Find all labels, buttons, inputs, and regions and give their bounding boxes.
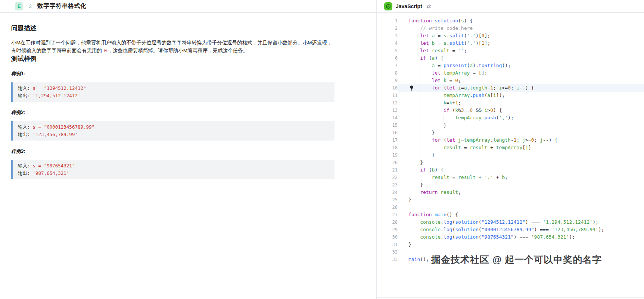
code-text: } [408,122,644,129]
code-line-28[interactable]: 28console.log(solution("1294512.12412") … [377,218,644,226]
code-line-30[interactable]: 30console.log(solution("987654321") === … [377,233,644,241]
code-line-13[interactable]: 13if (k%3==0 && i>0) { [377,107,644,114]
example-block-2: 输入:s = "0000123456789.99"输出:'123,456,789… [11,121,335,141]
code-line-31[interactable]: 31} [377,241,644,248]
line-number[interactable]: 8 [377,69,398,77]
code-line-33[interactable]: 33main(); [377,256,644,263]
code-line-18[interactable]: 18result = result + tempArray[j] [377,144,644,151]
problem-content: 问题描述 小M在工作时遇到了一个问题，他需要将用户输入的不带千分位逗号的数字字符… [0,13,362,179]
line-number[interactable]: 18 [377,144,398,151]
description-heading: 问题描述 [11,24,362,32]
line-number[interactable]: 9 [377,77,398,84]
line-number[interactable]: 25 [377,196,398,204]
gutter [398,114,408,122]
line-number[interactable]: 4 [377,40,398,47]
code-line-10[interactable]: 10for (let i=a.length-1; i>=0; i--) { [377,84,644,92]
gutter [398,196,408,204]
lightbulb-icon[interactable] [410,85,414,91]
code-line-24[interactable]: 24return result; [377,189,644,196]
line-number[interactable]: 2 [377,25,398,32]
code-line-2[interactable]: 2// write code here [377,25,644,32]
line-number[interactable]: 11 [377,92,398,99]
line-number[interactable]: 29 [377,226,398,233]
code-line-17[interactable]: 17for (let j=tempArray.length-1; j>=0; j… [377,136,644,144]
code-line-11[interactable]: 11tempArray.push(a[i]); [377,92,644,99]
code-text: a = parseInt(a).toString(); [408,62,644,69]
line-number[interactable]: 22 [377,174,398,181]
code-line-20[interactable]: 20} [377,159,644,166]
line-number[interactable]: 1 [377,17,398,25]
code-text: if (a) { [408,54,644,62]
line-number[interactable]: 13 [377,107,398,114]
code-text: } [408,151,644,159]
input-value: s = "0000123456789.99" [33,124,95,130]
code-line-25[interactable]: 25} [377,196,644,204]
line-number[interactable]: 3 [377,32,398,40]
line-number[interactable]: 15 [377,122,398,129]
example-label-1: 样例1: [11,70,362,77]
problem-index: 3 [29,3,32,9]
line-number[interactable]: 31 [377,241,398,248]
code-line-19[interactable]: 19} [377,151,644,159]
line-number[interactable]: 21 [377,166,398,174]
line-number[interactable]: 32 [377,248,398,256]
description-text-after: ，这些也需要精简掉。请你帮助小M编写程序，完成这个任务。 [108,48,248,53]
code-line-21[interactable]: 21if (b) { [377,166,644,174]
javascript-language-icon [384,2,392,10]
code-line-15[interactable]: 15} [377,122,644,129]
code-text: console.log(solution("1294512.12412") ==… [408,218,644,226]
language-swap-icon[interactable]: ⇄ [426,3,431,10]
gutter [398,136,408,144]
line-number[interactable]: 26 [377,204,398,211]
input-label: 输入: [18,124,30,130]
line-number[interactable]: 14 [377,114,398,122]
line-number[interactable]: 16 [377,129,398,136]
code-line-1[interactable]: 1function solution(s) { [377,17,644,25]
code-line-4[interactable]: 4let b = s.split('.')[1]; [377,40,644,47]
line-number[interactable]: 28 [377,218,398,226]
code-line-14[interactable]: 14tempArray.push(','); [377,114,644,122]
line-number[interactable]: 24 [377,189,398,196]
gutter [398,241,408,248]
code-text: result = result + tempArray[j] [408,144,644,151]
code-line-26[interactable]: 26 [377,204,644,211]
code-line-32[interactable]: 32 [377,248,644,256]
line-number[interactable]: 27 [377,211,398,218]
code-editor[interactable]: 1function solution(s) {2// write code he… [377,13,644,299]
line-number[interactable]: 23 [377,181,398,189]
example-input-row: 输入:s = "1294512.12412" [18,85,329,92]
code-line-9[interactable]: 9let k = 0; [377,77,644,84]
example-input-row: 输入:s = "0000123456789.99" [18,123,329,131]
code-line-27[interactable]: 27function main() { [377,211,644,218]
line-number[interactable]: 17 [377,136,398,144]
line-number[interactable]: 7 [377,62,398,69]
code-line-16[interactable]: 16} [377,129,644,136]
code-text: } [408,241,644,248]
gutter [398,129,408,136]
code-line-7[interactable]: 7a = parseInt(a).toString(); [377,62,644,69]
code-text: let b = s.split('.')[1]; [408,40,644,47]
line-number[interactable]: 20 [377,159,398,166]
code-line-5[interactable]: 5let result = ""; [377,47,644,54]
gutter [398,233,408,241]
editor-bottom-border [377,297,644,298]
code-line-29[interactable]: 29console.log(solution("0000123456789.99… [377,226,644,233]
output-value: '1,294,512.12412' [33,93,81,98]
line-number[interactable]: 19 [377,151,398,159]
line-number[interactable]: 10 [377,84,398,92]
line-number[interactable]: 30 [377,233,398,241]
code-text: for (let i=a.length-1; i>=0; i--) { [408,84,644,92]
code-line-6[interactable]: 6if (a) { [377,54,644,62]
examples-heading: 测试样例 [11,54,362,63]
code-line-8[interactable]: 8let tempArray = []; [377,69,644,77]
code-line-23[interactable]: 23} [377,181,644,189]
code-text: let tempArray = []; [408,69,644,77]
gutter [398,204,408,211]
line-number[interactable]: 33 [377,256,398,263]
line-number[interactable]: 5 [377,47,398,54]
line-number[interactable]: 12 [377,99,398,107]
code-line-12[interactable]: 12k=k+1; [377,99,644,107]
code-line-22[interactable]: 22result = result + '.' + b; [377,174,644,181]
line-number[interactable]: 6 [377,54,398,62]
code-line-3[interactable]: 3let a = s.split('.')[0]; [377,32,644,40]
